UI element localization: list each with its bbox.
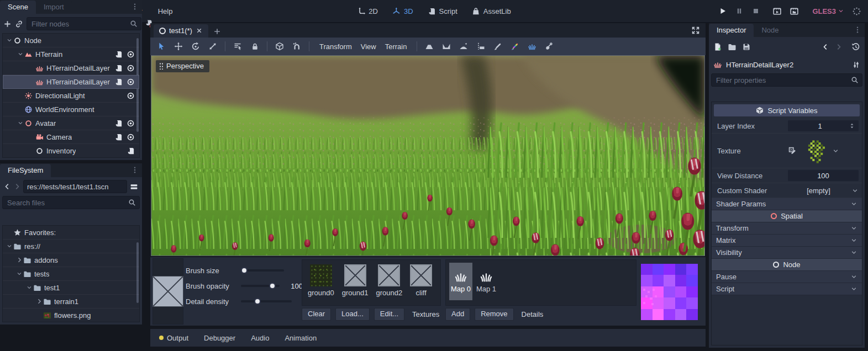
menu-help[interactable]: Help <box>152 5 178 18</box>
add-node-button[interactable] <box>3 18 12 30</box>
script-icon[interactable] <box>114 50 123 59</box>
dock-options-icon[interactable] <box>131 166 139 174</box>
texture-slot[interactable]: ground1 <box>342 264 369 301</box>
spinbox-field[interactable]: 1 <box>788 120 859 131</box>
mode-button-3d[interactable]: 3D <box>388 5 418 18</box>
play-custom-scene-button[interactable] <box>790 7 799 16</box>
renderer-dropdown[interactable]: GLES3 <box>812 7 844 15</box>
history-back-icon[interactable] <box>822 43 829 51</box>
nav-forward-icon[interactable] <box>13 183 21 190</box>
section-pause[interactable]: Pause <box>712 271 862 283</box>
script-icon[interactable] <box>114 78 123 86</box>
filesystem-row[interactable]: tests <box>3 267 139 281</box>
nav-back-icon[interactable] <box>3 183 11 190</box>
section-visibility[interactable]: Visibility <box>712 247 862 259</box>
slider-thumb[interactable] <box>241 267 248 274</box>
move-tool-button[interactable] <box>172 40 185 52</box>
value-field[interactable]: 100 <box>788 170 859 181</box>
menu-transform[interactable]: Transform <box>315 41 356 52</box>
tab-scene[interactable]: Scene <box>0 1 36 14</box>
update-spinner-icon[interactable] <box>852 7 861 16</box>
lock-node-button[interactable] <box>248 40 261 52</box>
scene-node-row[interactable]: Avatar <box>3 116 139 130</box>
scene-node-row[interactable]: Node <box>3 34 139 47</box>
collapse-icon[interactable] <box>15 270 23 277</box>
filesystem-row[interactable]: Favorites: <box>3 226 139 240</box>
section-transform[interactable]: Transform <box>712 222 862 235</box>
slider-thumb[interactable] <box>269 283 276 289</box>
scene-node-row[interactable]: HTerrainDetailLayer <box>3 75 139 89</box>
snap-toggle-button[interactable] <box>290 40 303 52</box>
texture-slot[interactable]: ground0 <box>308 264 334 301</box>
instance-scene-button[interactable] <box>15 18 23 30</box>
section-shader-params[interactable]: Shader Params <box>712 198 862 210</box>
texture-slot[interactable]: cliff <box>410 264 432 301</box>
play-button[interactable] <box>718 7 727 15</box>
brush-shape-preview[interactable] <box>152 276 183 307</box>
scene-node-row[interactable]: Camera <box>3 130 139 144</box>
section-matrix[interactable]: Matrix <box>712 235 862 247</box>
visibility-icon[interactable] <box>127 92 135 100</box>
collapse-icon[interactable] <box>5 37 13 44</box>
script-icon[interactable] <box>127 147 135 155</box>
detail-map-slot[interactable]: Map 1 <box>475 263 498 300</box>
terrain-paint-tool-icon[interactable] <box>491 40 504 52</box>
visibility-icon[interactable] <box>127 64 135 72</box>
tab-import[interactable]: Import <box>36 1 72 14</box>
slider-track[interactable] <box>241 300 292 302</box>
history-forward-icon[interactable] <box>835 43 843 51</box>
stop-button[interactable] <box>751 7 760 15</box>
bottom-tab-audio[interactable]: Audio <box>251 334 269 342</box>
button-remove[interactable]: Remove <box>475 308 513 321</box>
menu-terrain[interactable]: Terrain <box>381 41 412 52</box>
script-icon[interactable] <box>114 133 123 141</box>
slider-track[interactable] <box>241 269 284 272</box>
terrain-flatten-tool-icon[interactable] <box>474 40 487 52</box>
button-add[interactable]: Add <box>445 308 470 321</box>
filesystem-row[interactable]: flowers.png <box>3 309 139 322</box>
select-tool-button[interactable] <box>155 40 168 52</box>
toggle-split-mode-icon[interactable] <box>129 182 139 192</box>
stepper-icon[interactable] <box>849 123 855 129</box>
group-node-button[interactable] <box>273 40 286 52</box>
detail-map-slot[interactable]: Map 0 <box>449 263 472 300</box>
collapse-icon[interactable] <box>25 284 33 291</box>
scene-node-row[interactable]: HTerrainDetailLayer <box>3 61 139 75</box>
visibility-icon[interactable] <box>127 119 135 127</box>
tab-filesystem[interactable]: FileSystem <box>0 164 51 177</box>
button-edit[interactable]: Edit... <box>374 308 404 321</box>
visibility-icon[interactable] <box>127 78 135 86</box>
texture-thumbnail[interactable] <box>800 136 829 165</box>
distraction-free-icon[interactable] <box>691 26 700 35</box>
new-tab-button[interactable] <box>211 25 224 38</box>
scene-node-row[interactable]: Inventory <box>3 144 139 158</box>
slider-thumb[interactable] <box>254 298 261 305</box>
menu-view[interactable]: View <box>356 41 381 52</box>
filesystem-row[interactable]: res:// <box>3 240 139 253</box>
chevron-down-icon[interactable] <box>851 187 859 194</box>
new-resource-icon[interactable] <box>713 42 722 51</box>
perspective-menu[interactable]: Perspective <box>156 60 209 72</box>
visibility-icon[interactable] <box>127 50 135 59</box>
collapse-icon[interactable] <box>16 120 24 126</box>
object-history-icon[interactable] <box>851 42 860 51</box>
scale-tool-button[interactable] <box>206 40 219 52</box>
filesystem-row[interactable]: terrain1 <box>3 295 139 309</box>
tab-inspector[interactable]: Inspector <box>709 24 754 37</box>
bottom-tab-animation[interactable]: Animation <box>285 334 317 342</box>
edit-texture-icon[interactable] <box>788 146 797 155</box>
chevron-down-icon[interactable] <box>832 147 839 155</box>
script-icon[interactable] <box>114 64 123 72</box>
filter-nodes-input[interactable] <box>30 19 130 29</box>
play-scene-button[interactable] <box>772 7 782 16</box>
dock-options-icon[interactable] <box>854 26 861 34</box>
load-resource-icon[interactable] <box>728 42 737 51</box>
mode-button-assetlib[interactable]: AssetLib <box>467 5 515 18</box>
terrain-raise-tool-icon[interactable] <box>423 40 436 52</box>
texture-slot[interactable]: ground2 <box>376 264 402 301</box>
save-resource-icon[interactable] <box>742 42 751 51</box>
extra-tools-icon[interactable] <box>852 61 860 69</box>
mode-button-script[interactable]: Script <box>423 5 462 18</box>
collapse-icon[interactable] <box>5 243 13 249</box>
script-icon[interactable] <box>114 119 123 127</box>
